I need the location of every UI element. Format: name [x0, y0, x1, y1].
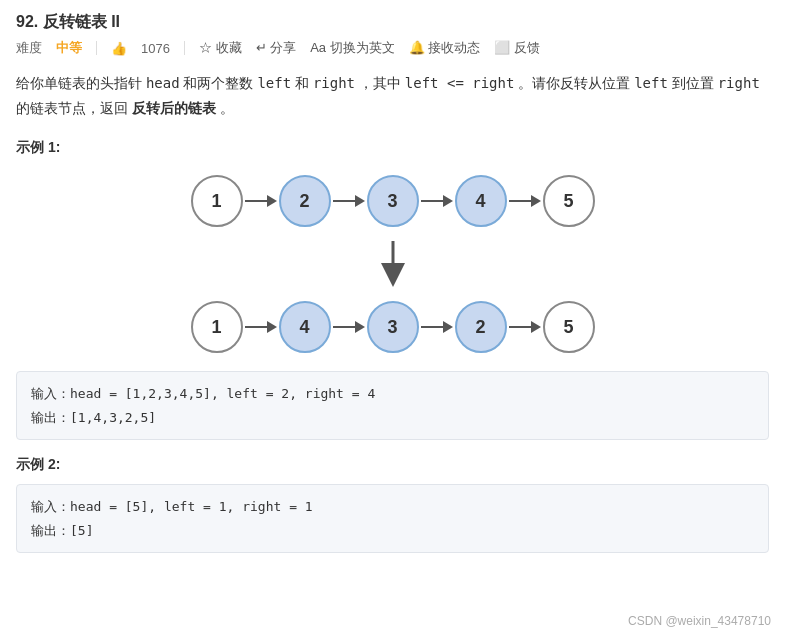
arrow-3-top — [419, 191, 455, 211]
page-title: 92. 反转链表 II — [16, 12, 769, 33]
down-arrow — [373, 239, 413, 289]
example2-output: 输出：[5] — [31, 519, 754, 542]
diagram-area: 1 2 3 4 5 1 4 3 2 5 — [16, 167, 769, 361]
example1-output: 输出：[1,4,3,2,5] — [31, 406, 754, 429]
example1-title: 示例 1: — [16, 139, 769, 157]
meta-row: 难度 中等 👍 1076 ☆ 收藏 ↵ 分享 Aa 切换为英文 🔔 接收动态 ⬜… — [16, 39, 769, 57]
watermark: CSDN @weixin_43478710 — [628, 614, 771, 628]
example1-input: 输入：head = [1,2,3,4,5], left = 2, right =… — [31, 382, 754, 405]
feedback-button[interactable]: ⬜ 反馈 — [494, 39, 540, 57]
node-4-bottom: 2 — [455, 301, 507, 353]
share-button[interactable]: ↵ 分享 — [256, 39, 297, 57]
node-3-bottom: 3 — [367, 301, 419, 353]
difficulty-value: 中等 — [56, 39, 82, 57]
node-3-top: 3 — [367, 175, 419, 227]
example2-input: 输入：head = [5], left = 1, right = 1 — [31, 495, 754, 518]
arrow-3-bottom — [419, 317, 455, 337]
node-5-bottom: 5 — [543, 301, 595, 353]
example2-box: 输入：head = [5], left = 1, right = 1 输出：[5… — [16, 484, 769, 553]
top-node-row: 1 2 3 4 5 — [191, 175, 595, 227]
likes-count: 1076 — [141, 41, 170, 56]
arrow-1-top — [243, 191, 279, 211]
like-icon: 👍 — [111, 41, 127, 56]
problem-description: 给你单链表的头指针 head 和两个整数 left 和 right ，其中 le… — [16, 71, 769, 121]
bottom-node-row: 1 4 3 2 5 — [191, 301, 595, 353]
node-1-bottom: 1 — [191, 301, 243, 353]
example1-box: 输入：head = [1,2,3,4,5], left = 2, right =… — [16, 371, 769, 440]
switch-lang-button[interactable]: Aa 切换为英文 — [310, 39, 395, 57]
arrow-1-bottom — [243, 317, 279, 337]
arrow-4-top — [507, 191, 543, 211]
arrow-2-bottom — [331, 317, 367, 337]
node-2-top: 2 — [279, 175, 331, 227]
arrow-2-top — [331, 191, 367, 211]
down-arrow-icon — [373, 239, 413, 289]
node-1-top: 1 — [191, 175, 243, 227]
node-5-top: 5 — [543, 175, 595, 227]
difficulty-label: 难度 — [16, 39, 42, 57]
divider2 — [184, 41, 185, 55]
subscribe-button[interactable]: 🔔 接收动态 — [409, 39, 481, 57]
node-4-top: 4 — [455, 175, 507, 227]
example2-title: 示例 2: — [16, 456, 769, 474]
divider — [96, 41, 97, 55]
node-2-bottom: 4 — [279, 301, 331, 353]
collect-button[interactable]: ☆ 收藏 — [199, 39, 242, 57]
arrow-4-bottom — [507, 317, 543, 337]
